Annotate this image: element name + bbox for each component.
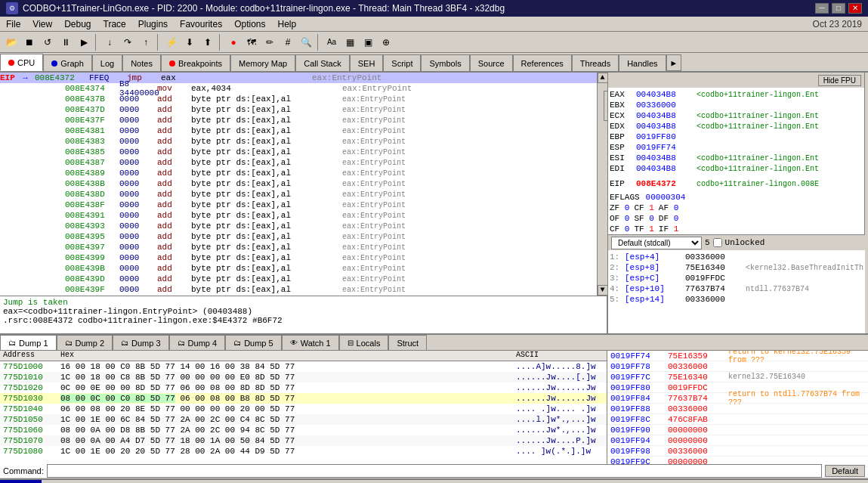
menu-debug[interactable]: Debug bbox=[58, 17, 97, 31]
disasm-scrollbar[interactable]: ▲ ▼ bbox=[597, 73, 607, 296]
table-row[interactable]: 008E437B 0000 add byte ptr ds:[eax],al e… bbox=[0, 94, 597, 104]
toolbar-step-into[interactable]: ↓ bbox=[101, 34, 118, 51]
tab-callstack[interactable]: Call Stack bbox=[295, 54, 350, 71]
table-row[interactable]: 775D1050 1C 00 1E 00 6C 84 5D 77 2A 00 2… bbox=[0, 414, 607, 425]
toolbar-more1[interactable]: ▦ bbox=[341, 34, 358, 51]
table-row[interactable]: 775D1020 0C 00 0E 00 00 8D 5D 77 06 00 0… bbox=[0, 382, 607, 393]
toolbar-trace-into[interactable]: ⬇ bbox=[181, 34, 198, 51]
table-row[interactable]: 008E439D 0000 add byte ptr ds:[eax],al e… bbox=[0, 274, 597, 284]
unlocked-checkbox[interactable] bbox=[713, 238, 722, 247]
table-row[interactable]: 775D1000 16 00 18 00 C0 8B 5D 77 14 00 1… bbox=[0, 361, 607, 372]
toolbar-run[interactable]: ▶ bbox=[76, 34, 92, 51]
tab-references[interactable]: References bbox=[513, 54, 572, 71]
tab-watch1[interactable]: 👁 Watch 1 bbox=[282, 335, 339, 350]
toolbar-bp[interactable]: ● bbox=[225, 34, 242, 51]
table-row[interactable]: 775D1080 1C 00 1E 00 20 20 5D 77 28 00 2… bbox=[0, 446, 607, 457]
list-item[interactable]: 0019FF84 77637B74 return to ntdll.77637B… bbox=[607, 393, 868, 404]
table-row[interactable]: 775D1070 08 00 0A 00 A4 D7 5D 77 18 00 1… bbox=[0, 435, 607, 446]
close-button[interactable]: ✕ bbox=[848, 3, 862, 14]
minimize-button[interactable]: ─ bbox=[815, 3, 829, 14]
table-row[interactable]: 008E4399 0000 add byte ptr ds:[eax],al e… bbox=[0, 252, 597, 263]
list-item[interactable]: 0019FF74 75E16359 return to kernel32.75E… bbox=[607, 351, 868, 361]
menu-view[interactable]: View bbox=[26, 17, 58, 31]
scroll-down-btn[interactable]: ▼ bbox=[598, 285, 608, 296]
scroll-thumb[interactable] bbox=[604, 91, 608, 121]
tab-seh[interactable]: SEH bbox=[350, 54, 384, 71]
tab-more[interactable]: ▶ bbox=[666, 54, 682, 71]
menu-help[interactable]: Help bbox=[272, 17, 303, 31]
toolbar-restart[interactable]: ↺ bbox=[39, 34, 56, 51]
calling-convention-select[interactable]: Default (stdcall) bbox=[611, 237, 702, 249]
tab-log[interactable]: Log bbox=[92, 54, 122, 71]
tab-struct[interactable]: Struct bbox=[388, 335, 427, 350]
tab-breakpoints[interactable]: Breakpoints bbox=[161, 54, 230, 71]
tab-symbols[interactable]: Symbols bbox=[421, 54, 469, 71]
table-row[interactable]: 008E4385 0000 add byte ptr ds:[eax],al e… bbox=[0, 147, 597, 157]
tab-handles[interactable]: Handles bbox=[619, 54, 666, 71]
hide-fpu-button[interactable]: Hide FPU bbox=[818, 75, 861, 86]
tab-dump3[interactable]: 🗂 Dump 3 bbox=[113, 335, 169, 350]
toolbar-step-out[interactable]: ↑ bbox=[137, 34, 154, 51]
table-row[interactable]: 008E4391 0000 add byte ptr ds:[eax],al e… bbox=[0, 210, 597, 221]
table-row[interactable]: 008E439B 0000 add byte ptr ds:[eax],al e… bbox=[0, 263, 597, 274]
tab-dump5[interactable]: 🗂 Dump 5 bbox=[225, 335, 282, 350]
table-row[interactable]: 008E4395 0000 add byte ptr ds:[eax],al e… bbox=[0, 231, 597, 242]
table-row[interactable]: 008E439F 0000 add byte ptr ds:[eax],al e… bbox=[0, 284, 597, 295]
toolbar-more3[interactable]: ⊕ bbox=[378, 34, 394, 51]
toolbar-step-over[interactable]: ↷ bbox=[119, 34, 136, 51]
tab-threads[interactable]: Threads bbox=[572, 54, 619, 71]
table-row[interactable]: 008E438D 0000 add byte ptr ds:[eax],al e… bbox=[0, 189, 597, 200]
toolbar-asm[interactable]: # bbox=[280, 34, 296, 51]
menu-plugins[interactable]: Plugins bbox=[132, 17, 174, 31]
table-row[interactable]: 775D1030 08 00 0C 00 C0 8D 5D 77 06 00 0… bbox=[0, 393, 607, 404]
tab-dump4[interactable]: 🗂 Dump 4 bbox=[169, 335, 226, 350]
tab-graph[interactable]: Graph bbox=[43, 54, 92, 71]
table-row[interactable]: 008E4393 0000 add byte ptr ds:[eax],al e… bbox=[0, 221, 597, 231]
command-input[interactable] bbox=[47, 464, 822, 478]
list-item[interactable]: 0019FF94 00000000 bbox=[607, 435, 868, 446]
menu-favourites[interactable]: Favourites bbox=[174, 17, 228, 31]
menu-trace[interactable]: Trace bbox=[97, 17, 132, 31]
tab-memmap[interactable]: Memory Map bbox=[230, 54, 295, 71]
list-item[interactable]: 0019FF7C 75E16340 kernel32.75E16340 bbox=[607, 372, 868, 382]
tab-source[interactable]: Source bbox=[470, 54, 513, 71]
table-row[interactable]: 008E4397 0000 add byte ptr ds:[eax],al e… bbox=[0, 242, 597, 252]
tab-locals[interactable]: ⊟ Locals bbox=[339, 335, 389, 350]
table-row[interactable]: 008E438B 0000 add byte ptr ds:[eax],al e… bbox=[0, 178, 597, 189]
table-row[interactable]: 775D1060 08 00 0A 00 D8 8B 5D 77 2A 00 2… bbox=[0, 425, 607, 435]
table-row[interactable]: 775D1040 06 00 08 00 20 8E 5D 77 00 00 0… bbox=[0, 404, 607, 414]
tab-notes[interactable]: Notes bbox=[122, 54, 161, 71]
toolbar-animate[interactable]: ⚡ bbox=[163, 34, 180, 51]
toolbar-patch[interactable]: ✏ bbox=[261, 34, 278, 51]
table-row[interactable]: 008E4387 0000 add byte ptr ds:[eax],al e… bbox=[0, 157, 597, 168]
menu-options[interactable]: Options bbox=[228, 17, 271, 31]
tab-cpu[interactable]: CPU bbox=[0, 54, 43, 71]
table-row[interactable]: 008E438F 0000 add byte ptr ds:[eax],al e… bbox=[0, 200, 597, 210]
tab-dump1[interactable]: 🗂 Dump 1 bbox=[0, 335, 57, 350]
table-row[interactable]: 008E4374 B8 34400000 mov eax,4034 eax:En… bbox=[0, 83, 597, 94]
scroll-up-btn[interactable]: ▲ bbox=[598, 73, 608, 83]
toolbar-memmap[interactable]: 🗺 bbox=[243, 34, 260, 51]
table-row[interactable]: 008E437D 0000 add byte ptr ds:[eax],al e… bbox=[0, 104, 597, 115]
toolbar-settings[interactable]: Aa bbox=[323, 34, 340, 51]
toolbar-find[interactable]: 🔍 bbox=[298, 34, 314, 51]
table-row[interactable]: 008E4389 0000 add byte ptr ds:[eax],al e… bbox=[0, 168, 597, 178]
menu-file[interactable]: File bbox=[0, 17, 26, 31]
table-row[interactable]: 008E4381 0000 add byte ptr ds:[eax],al e… bbox=[0, 125, 597, 136]
toolbar-more2[interactable]: ▣ bbox=[360, 34, 376, 51]
tab-dump2[interactable]: 🗂 Dump 2 bbox=[57, 335, 113, 350]
table-row[interactable]: 008E4383 0000 add byte ptr ds:[eax],al e… bbox=[0, 136, 597, 147]
list-item[interactable]: 0019FF90 00000000 bbox=[607, 425, 868, 435]
table-row[interactable]: 775D1010 1C 00 18 00 C8 8B 5D 77 00 00 0… bbox=[0, 372, 607, 382]
maximize-button[interactable]: □ bbox=[832, 3, 845, 14]
table-row[interactable]: 008E437F 0000 add byte ptr ds:[eax],al e… bbox=[0, 115, 597, 125]
disasm-row-eip[interactable]: EIP → 008E4372 FFEQ jmp eax eax:EntryPoi… bbox=[0, 73, 597, 83]
toolbar-open[interactable]: 📂 bbox=[3, 34, 20, 51]
toolbar-stop[interactable]: ⏹ bbox=[21, 34, 38, 51]
tab-script[interactable]: Script bbox=[383, 54, 421, 71]
list-item[interactable]: 0019FF8C 476C8FAB bbox=[607, 414, 868, 425]
toolbar-pause[interactable]: ⏸ bbox=[57, 34, 74, 51]
toolbar-trace-over[interactable]: ⬆ bbox=[199, 34, 216, 51]
list-item[interactable]: 0019FF98 00336000 bbox=[607, 446, 868, 457]
default-button[interactable]: Default bbox=[825, 465, 865, 477]
